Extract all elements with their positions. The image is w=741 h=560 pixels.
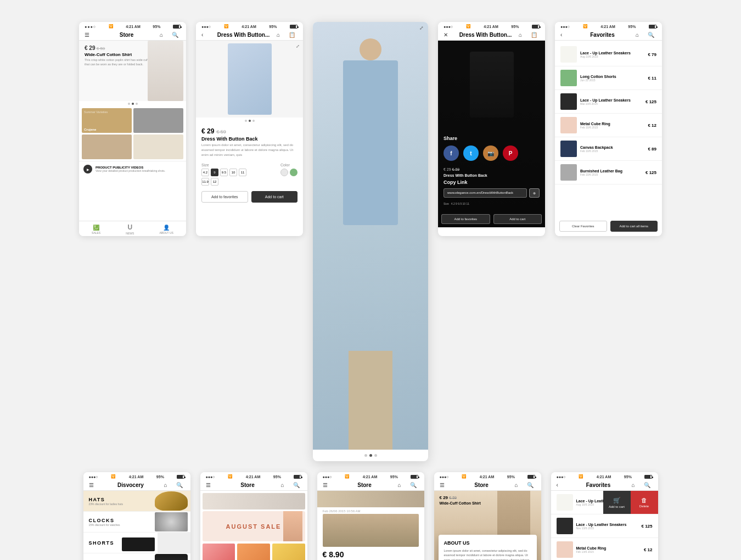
add-all-to-cart-btn[interactable]: Add to cart all items: [610, 221, 658, 232]
fav-swipe-item-2[interactable]: Lace - Up Leather Sneakers Nov 13/6 2015…: [551, 514, 658, 538]
tab-about[interactable]: 👤 ABOUT US: [159, 225, 173, 234]
share-title: Share: [444, 136, 540, 141]
home-icon-7[interactable]: ⌂: [398, 482, 407, 488]
add-to-cart-btn[interactable]: Add to cart: [251, 191, 298, 203]
phone-august-sale: ●●●○ 🛜 4:21 AM 95% ☰ Store ⌂ 🔍: [200, 472, 307, 560]
size-opt-2[interactable]: 9.5: [220, 169, 228, 176]
share-modal: Share f t 📷 P € 29 € 59 Dress With Butto…: [438, 130, 545, 211]
home-icon-2[interactable]: ⌂: [277, 32, 285, 38]
fav-item-2[interactable]: Long Cotton Shorts Jun 22 2015 € 11: [555, 66, 662, 90]
twitter-share-btn[interactable]: t: [463, 145, 479, 161]
search-icon-8[interactable]: 🔍: [527, 482, 536, 488]
size-opt[interactable]: 4.2: [201, 169, 209, 176]
nav-title-3: Dress With Button...: [452, 32, 519, 38]
size-opt-6[interactable]: 12: [211, 178, 218, 186]
home-icon[interactable]: ⌂: [160, 32, 169, 38]
product-image: ⤢: [196, 41, 303, 117]
fav-item-4[interactable]: Metal Cube Ring Feb 10/6 2015 € 12: [555, 114, 662, 137]
add-to-favorites-btn[interactable]: Add to favorites: [201, 191, 248, 203]
menu-icon-8[interactable]: ☰: [440, 482, 448, 488]
fav-item-3[interactable]: Lace - Up Leather Sneakers Mai 10/6 2015…: [555, 90, 662, 114]
instagram-share-btn[interactable]: 📷: [483, 145, 498, 161]
back-icon-9[interactable]: ‹: [557, 482, 565, 488]
search-icon-7[interactable]: 🔍: [410, 482, 419, 488]
share-content: Share f t 📷 P € 29 € 59 Dress With Butto…: [438, 41, 545, 227]
sale-product-1[interactable]: Ruched Tribal Print Bikini Bottoms € 9.9…: [203, 544, 235, 560]
store-content: € 29 € 59 Wide-Cuff Cotton Shirt This cr…: [79, 41, 186, 177]
disco-hats[interactable]: HATS 23% discount for ladies hats: [83, 491, 190, 512]
delete-swipe-btn[interactable]: 🗑 Delete: [631, 491, 658, 514]
clipboard-icon[interactable]: 📋: [289, 32, 297, 38]
main-canvas: ●●●○ 🛜 4:21 AM 95% ☰ Store ⌂ 🔍 € 29: [0, 0, 741, 560]
nav-bar-1: ☰ Store ⌂ 🔍: [79, 30, 186, 41]
size-opt-4[interactable]: 11: [239, 169, 246, 176]
search-icon-6[interactable]: 🔍: [293, 482, 302, 488]
category-item-4[interactable]: [133, 135, 183, 159]
back-icon-4[interactable]: ‹: [560, 32, 569, 38]
large-dots: [313, 450, 428, 461]
pinterest-share-btn[interactable]: P: [503, 145, 518, 161]
menu-icon-7[interactable]: ☰: [323, 482, 332, 488]
copy-link-input[interactable]: www.elegance.com.en/DressWithButtonBack: [444, 188, 527, 198]
tab-sales[interactable]: 💹 SALES: [92, 225, 100, 234]
sale-product-3[interactable]: Oversized Floral Print Sweatshirts € 12.…: [272, 544, 305, 560]
clipboard-icon-2[interactable]: 📋: [531, 32, 540, 38]
product-detail-content: ⤢ € 29 € 59 Dress With Button Back Lorem…: [196, 41, 303, 219]
home-icon-8[interactable]: ⌂: [515, 482, 524, 488]
nav-bar-7: ☰ Store ⌂ 🔍: [317, 480, 424, 491]
share-icons: f t 📷 P: [444, 145, 540, 161]
share-fav-btn[interactable]: Add to favorites: [441, 214, 490, 224]
search-icon-9[interactable]: 🔍: [644, 482, 653, 488]
home-icon-5[interactable]: ⌂: [164, 482, 173, 488]
clear-favorites-btn[interactable]: Clear Favorites: [559, 221, 607, 232]
home-icon-9[interactable]: ⌂: [632, 482, 641, 488]
close-icon[interactable]: ✕: [444, 32, 452, 38]
hero-model-img: [148, 41, 183, 101]
home-icon-3[interactable]: ⌂: [519, 32, 527, 38]
phone-store-home: ●●●○ 🛜 4:21 AM 95% ☰ Store ⌂ 🔍 € 29: [79, 22, 186, 236]
nav-bar-5: ☰ Disvocery ⌂ 🔍: [83, 480, 190, 491]
tab-news[interactable]: U NEWS: [126, 223, 134, 235]
search-icon-4[interactable]: 🔍: [648, 32, 656, 38]
size-section: Size 4.2 9 9.5 10 11 11.9 12: [201, 163, 246, 186]
status-bar-3: ●●●○ 🛜 4:21 AM 95%: [438, 22, 545, 30]
category-item-3[interactable]: [82, 135, 132, 159]
search-icon-5[interactable]: 🔍: [176, 482, 185, 488]
color-green[interactable]: [290, 169, 297, 176]
size-opt-selected[interactable]: 9: [211, 169, 218, 176]
size-opt-5[interactable]: 11.9: [201, 178, 209, 186]
home-icon-4[interactable]: ⌂: [636, 32, 644, 38]
fav-swipe-item-3[interactable]: Metal Cube Ring Feb 13/6 2015 € 12: [551, 538, 658, 560]
category-item-2[interactable]: [133, 108, 183, 133]
menu-icon-6[interactable]: ☰: [206, 482, 215, 488]
disco-jackets[interactable]: JACKETS: [83, 553, 190, 560]
product-name: Dress With Button Back: [201, 136, 297, 142]
search-icon[interactable]: 🔍: [172, 32, 181, 38]
home-icon-6[interactable]: ⌂: [281, 482, 290, 488]
facebook-share-btn[interactable]: f: [444, 145, 459, 161]
disco-clocks[interactable]: CLOCKS 15% discount for watches: [83, 512, 190, 533]
nav-bar-4: ‹ Favorites ⌂ 🔍: [555, 30, 662, 41]
category-item[interactable]: Crujene Summer Varieties: [82, 108, 132, 133]
menu-icon-5[interactable]: ☰: [89, 482, 98, 488]
play-button[interactable]: [83, 165, 92, 173]
sale-product-2[interactable]: Sunburst Print Swim Trunks € 45.95: [237, 544, 270, 560]
disco-shorts[interactable]: SHORTS: [83, 533, 190, 553]
product-desc: Lorem ipsum dolor sit amet, consectetur …: [201, 143, 297, 158]
expand-icon[interactable]: ⤢: [296, 44, 300, 49]
favorites-content: Lace - Up Leather Sneakers Aug 10/6 2015…: [555, 41, 662, 187]
add-to-cart-swipe-btn[interactable]: 🛒 Add to cart: [603, 491, 631, 514]
phone-favorites-swipe: ●●●○ 🛜 4:21 AM 95% ‹ Favorites ⌂ 🔍: [551, 472, 658, 560]
back-icon[interactable]: ‹: [201, 32, 210, 38]
fav-item-1[interactable]: Lace - Up Leather Sneakers Aug 10/6 2015…: [555, 43, 662, 66]
fav-item-6[interactable]: Burnished Leather Bag Feb 10/6 2015 € 12…: [555, 161, 662, 184]
menu-icon[interactable]: ☰: [85, 32, 93, 38]
fav-item-5[interactable]: Canvas Backpack Feb 10/6 2015 € 89: [555, 137, 662, 161]
share-cart-btn[interactable]: Add to cart: [493, 214, 542, 224]
product-info: € 29 € 59 Dress With Button Back Lorem i…: [196, 124, 303, 161]
blog-date: Feb 26/06 2015 10:56 AM: [317, 507, 424, 514]
copy-btn[interactable]: ⊕: [529, 188, 540, 198]
fullscreen-icon[interactable]: ⤢: [419, 25, 424, 31]
size-opt-3[interactable]: 10: [229, 169, 237, 176]
color-white[interactable]: [280, 169, 288, 176]
